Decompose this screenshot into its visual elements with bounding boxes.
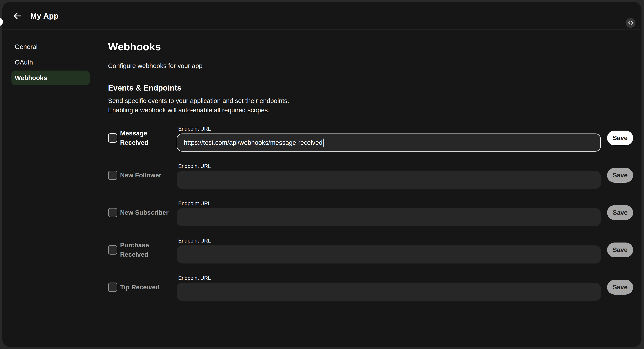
webhook-row: New FollowerEndpoint URLSave [108, 162, 633, 199]
webhook-rows: Message ReceivedEndpoint URLhttps://test… [108, 124, 633, 311]
save-button[interactable]: Save [607, 130, 633, 145]
endpoint-field: Endpoint URLhttps://test.com/api/webhook… [177, 124, 601, 152]
webhook-checkbox[interactable] [108, 133, 117, 143]
webhook-row: Tip ReceivedEndpoint URLSave [108, 274, 633, 311]
endpoint-url-label: Endpoint URL [177, 199, 601, 208]
page-title: Webhooks [108, 40, 633, 53]
sidebar-item-label: General [15, 43, 38, 50]
text-caret [323, 138, 324, 147]
sidebar-item-webhooks[interactable]: Webhooks [12, 70, 90, 85]
webhook-toggle-group: New Follower [108, 162, 177, 189]
webhook-label: Tip Received [120, 282, 160, 292]
webhook-label: Message Received [120, 129, 176, 147]
sidebar: GeneralOAuthWebhooks [12, 40, 90, 86]
app-title: My App [30, 12, 59, 20]
webhook-checkbox[interactable] [108, 245, 117, 254]
sidebar-item-label: Webhooks [15, 74, 47, 82]
page-subtitle: Configure webhooks for your app [108, 62, 633, 70]
endpoint-url-value: https://test.com/api/webhooks/message-re… [184, 139, 322, 146]
save-button[interactable]: Save [607, 168, 633, 183]
webhook-toggle-group: Tip Received [108, 274, 177, 301]
app-window: My App GeneralOAuthWebhooks Webhooks Con… [2, 2, 642, 347]
webhook-label: New Subscriber [120, 208, 168, 217]
sidebar-item-oauth[interactable]: OAuth [12, 55, 90, 70]
endpoint-url-input[interactable]: https://test.com/api/webhooks/message-re… [177, 134, 601, 152]
sidebar-item-label: OAuth [15, 59, 33, 66]
save-button[interactable]: Save [607, 205, 633, 220]
back-button[interactable] [12, 11, 23, 21]
webhook-label: Purchase Received [120, 240, 176, 259]
section-title: Events & Endpoints [108, 83, 633, 93]
endpoint-url-input[interactable] [177, 171, 601, 189]
endpoint-url-input[interactable] [177, 246, 601, 264]
endpoint-field: Endpoint URL [177, 199, 601, 226]
webhook-label: New Follower [120, 170, 162, 180]
endpoint-url-input[interactable] [177, 208, 601, 226]
section-description-line2: Enabling a webhook will auto-enable all … [108, 106, 270, 114]
main-content: Webhooks Configure webhooks for your app… [108, 30, 633, 311]
webhook-toggle-group: Purchase Received [108, 236, 177, 264]
webhook-row: Message ReceivedEndpoint URLhttps://test… [108, 124, 633, 162]
webhook-checkbox[interactable] [108, 282, 117, 292]
endpoint-field: Endpoint URL [177, 274, 601, 301]
endpoint-url-input[interactable] [177, 283, 601, 301]
endpoint-url-label: Endpoint URL [177, 274, 601, 283]
webhook-checkbox[interactable] [108, 170, 117, 180]
screen: My App GeneralOAuthWebhooks Webhooks Con… [0, 0, 644, 349]
section-description-line1: Send specific events to your application… [108, 97, 289, 104]
webhook-row: Purchase ReceivedEndpoint URLSave [108, 236, 633, 274]
save-button[interactable]: Save [607, 280, 633, 294]
endpoint-url-label: Endpoint URL [177, 162, 601, 171]
webhook-row: New SubscriberEndpoint URLSave [108, 199, 633, 236]
app-header: My App [2, 2, 642, 30]
endpoint-url-label: Endpoint URL [177, 236, 601, 246]
webhook-checkbox[interactable] [108, 208, 117, 217]
endpoint-url-label: Endpoint URL [177, 124, 601, 134]
webhook-toggle-group: New Subscriber [108, 199, 177, 226]
save-button[interactable]: Save [607, 242, 633, 257]
endpoint-field: Endpoint URL [177, 162, 601, 189]
arrow-left-icon [13, 11, 22, 20]
code-toggle-button[interactable] [626, 18, 636, 28]
sidebar-item-general[interactable]: General [12, 40, 90, 54]
webhook-toggle-group: Message Received [108, 124, 177, 152]
code-chevrons-icon [627, 20, 634, 26]
endpoint-field: Endpoint URL [177, 236, 601, 264]
section-description: Send specific events to your application… [108, 96, 633, 115]
